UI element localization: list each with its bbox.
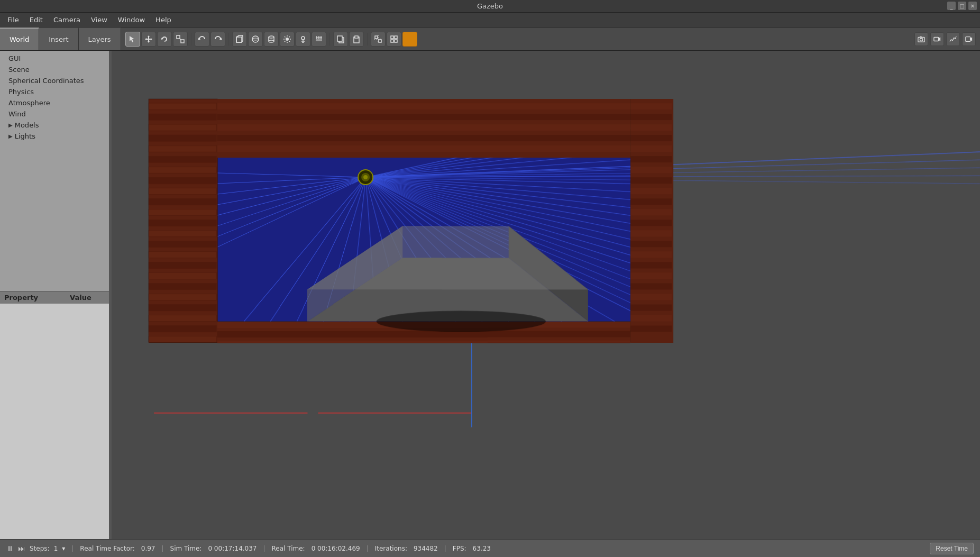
svg-line-29 [285,36,286,38]
svg-rect-61 [966,36,970,41]
step-forward-button[interactable]: ⏭ [18,544,25,553]
screenshot-button[interactable] [914,32,928,46]
pause-button[interactable]: ⏸ [6,544,14,553]
sim-time-value: 0 00:17:14.037 [208,545,257,552]
steps-arrow[interactable]: ▾ [62,545,65,552]
menu-camera[interactable]: Camera [48,14,86,26]
toolbar [125,32,914,47]
viewport[interactable] [112,51,980,539]
svg-rect-171 [217,114,630,120]
tree-item-gui[interactable]: GUI [0,53,109,64]
plot-button[interactable] [946,32,960,46]
tab-world[interactable]: World [0,28,39,50]
svg-rect-143 [149,315,216,322]
svg-rect-46 [355,36,358,38]
insert-sphere-button[interactable] [248,32,263,47]
tree-item-wind[interactable]: Wind [0,108,109,120]
svg-rect-155 [630,188,672,194]
minimize-button[interactable]: _ [947,2,956,10]
menu-view[interactable]: View [86,14,113,26]
toolbar-right [914,32,980,46]
svg-line-32 [285,41,286,42]
svg-point-33 [301,36,305,40]
insert-cylinder-button[interactable] [264,32,279,47]
svg-rect-129 [149,167,216,173]
statusbar: ⏸ ⏭ Steps: 1 ▾ | Real Time Factor: 0.97 … [0,539,980,557]
tree-item-physics[interactable]: Physics [0,86,109,97]
tree-item-scene[interactable]: Scene [0,64,109,75]
svg-rect-55 [406,35,414,43]
undo-button[interactable] [195,32,209,47]
fps-label: FPS: [453,545,466,552]
realtime-factor-value: 0.97 [141,545,155,552]
tree-item-models[interactable]: ▶ Models [0,120,109,131]
svg-rect-131 [149,188,216,194]
svg-rect-141 [149,294,216,300]
svg-point-185 [364,175,368,179]
paste-button[interactable] [349,32,364,47]
svg-rect-163 [630,272,672,279]
svg-rect-172 [217,124,630,131]
tree-item-lights[interactable]: ▶ Lights [0,131,109,142]
tree-item-atmosphere[interactable]: Atmosphere [0,97,109,108]
video-button[interactable] [962,32,976,46]
svg-rect-145 [149,336,216,343]
svg-rect-127 [149,145,216,152]
svg-rect-174 [217,145,630,152]
toolbar-separator-3 [329,33,330,45]
value-column-header: Value [70,294,91,302]
align-button[interactable] [371,32,386,47]
snap-button[interactable] [387,32,401,47]
realtime-factor-label: Real Time Factor: [80,545,134,552]
select-tool-button[interactable] [125,32,140,47]
insert-sun-light-button[interactable] [280,32,295,47]
color-button[interactable] [402,32,417,47]
tab-insert[interactable]: Insert [39,28,78,50]
svg-rect-132 [149,198,216,205]
svg-rect-165 [630,294,672,300]
svg-rect-178 [217,341,630,343]
svg-rect-52 [395,36,397,39]
copy-button[interactable] [333,32,348,47]
svg-rect-138 [149,262,216,268]
menu-edit[interactable]: Edit [24,14,48,26]
menu-help[interactable]: Help [150,14,177,26]
tab-layers[interactable]: Layers [79,28,121,50]
record-button[interactable] [930,32,944,46]
menu-file[interactable]: File [2,14,24,26]
svg-rect-170 [217,103,630,109]
svg-rect-158 [630,220,672,226]
svg-rect-123 [149,103,216,109]
translate-tool-button[interactable] [141,32,156,47]
svg-rect-160 [630,241,672,247]
window-controls[interactable]: _ □ ✕ [947,2,977,10]
svg-rect-124 [149,114,216,120]
svg-rect-164 [630,283,672,289]
sim-time-label: Sim Time: [170,545,202,552]
3d-viewport[interactable] [112,51,980,539]
maximize-button[interactable]: □ [958,2,966,10]
real-time-label: Real Time: [272,545,305,552]
property-column-header: Property [4,294,38,302]
svg-rect-8 [177,35,180,39]
tree-item-models-label: Models [15,121,39,129]
scale-tool-button[interactable] [173,32,188,47]
svg-rect-152 [630,156,672,162]
svg-line-10 [180,39,181,40]
menu-window[interactable]: Window [113,14,150,26]
redo-button[interactable] [210,32,225,47]
tree-item-spherical-coordinates[interactable]: Spherical Coordinates [0,75,109,86]
insert-point-light-button[interactable] [296,32,310,47]
close-button[interactable]: ✕ [968,2,977,10]
reset-time-button[interactable]: Reset Time [930,543,974,554]
property-table-body [0,304,109,540]
insert-box-button[interactable] [232,32,247,47]
main-content: GUI Scene Spherical Coordinates Physics … [0,51,980,539]
svg-point-20 [269,36,274,38]
insert-spot-light-button[interactable] [312,32,326,47]
rotate-tool-button[interactable] [157,32,172,47]
steps-value: 1 [54,545,58,552]
svg-rect-150 [630,135,672,141]
left-panel: GUI Scene Spherical Coordinates Physics … [0,51,109,539]
svg-rect-54 [395,40,397,42]
